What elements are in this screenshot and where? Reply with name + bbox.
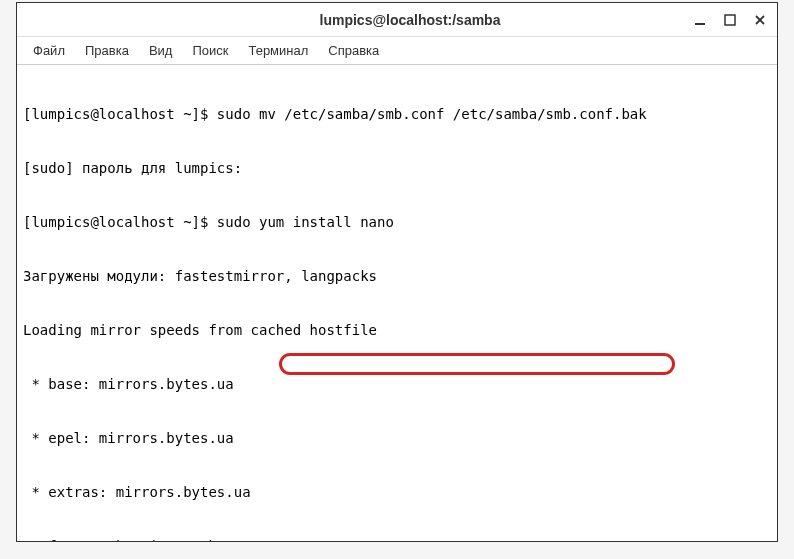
terminal-line: Loading mirror speeds from cached hostfi… — [23, 321, 771, 339]
menu-edit[interactable]: Правка — [77, 40, 137, 61]
menu-terminal[interactable]: Терминал — [240, 40, 316, 61]
minimize-button[interactable] — [693, 13, 707, 27]
window-controls — [693, 13, 767, 27]
svg-rect-1 — [725, 15, 735, 25]
menu-help[interactable]: Справка — [320, 40, 387, 61]
terminal-output[interactable]: [lumpics@localhost ~]$ sudo mv /etc/samb… — [17, 65, 777, 541]
minimize-icon — [694, 14, 706, 26]
terminal-line: Загружены модули: fastestmirror, langpac… — [23, 267, 771, 285]
window-title: lumpics@localhost:/samba — [127, 12, 693, 28]
titlebar: lumpics@localhost:/samba — [17, 3, 777, 37]
terminal-window: lumpics@localhost:/samba Файл Правка Вид… — [16, 2, 778, 542]
terminal-line: [lumpics@localhost ~]$ sudo mv /etc/samb… — [23, 105, 771, 123]
terminal-line: [lumpics@localhost ~]$ sudo yum install … — [23, 213, 771, 231]
terminal-line: * base: mirrors.bytes.ua — [23, 375, 771, 393]
menubar: Файл Правка Вид Поиск Терминал Справка — [17, 37, 777, 65]
svg-rect-0 — [695, 23, 705, 25]
terminal-line: [sudo] пароль для lumpics: — [23, 159, 771, 177]
terminal-line: * extras: mirrors.bytes.ua — [23, 483, 771, 501]
close-button[interactable] — [753, 13, 767, 27]
terminal-line: * fasttrack: mirrors.bytes.ua — [23, 537, 771, 541]
menu-file[interactable]: Файл — [25, 40, 73, 61]
highlight-annotation — [279, 353, 675, 375]
maximize-icon — [724, 14, 736, 26]
close-icon — [754, 14, 766, 26]
menu-search[interactable]: Поиск — [184, 40, 236, 61]
menu-view[interactable]: Вид — [141, 40, 181, 61]
maximize-button[interactable] — [723, 13, 737, 27]
terminal-line: * epel: mirrors.bytes.ua — [23, 429, 771, 447]
